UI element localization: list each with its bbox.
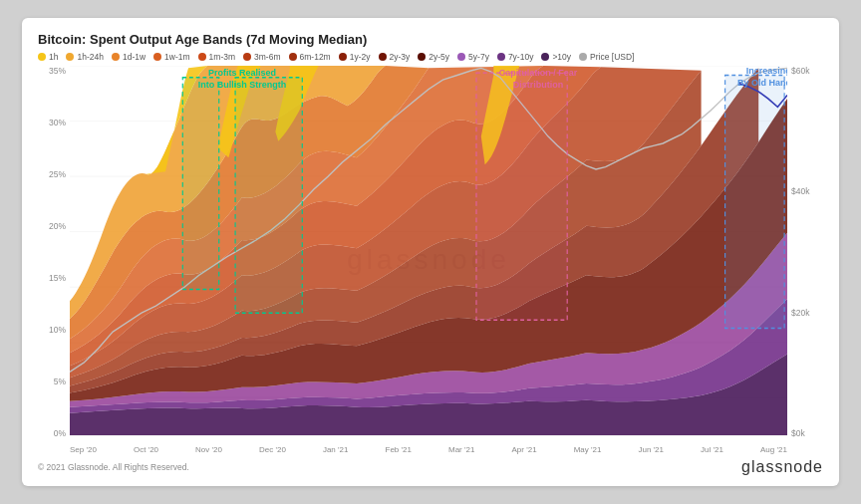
legend-item: 1m-3m [198, 52, 235, 62]
chart-title: Bitcoin: Spent Output Age Bands (7d Movi… [38, 32, 823, 47]
legend-item: 1d-1w [112, 52, 145, 62]
legend-item: 1w-1m [153, 52, 190, 62]
legend-item: Price [USD] [579, 52, 634, 62]
glassnode-logo: glassnode [741, 458, 823, 476]
legend-label: 1w-1m [164, 52, 190, 62]
chart-card: Bitcoin: Spent Output Age Bands (7d Movi… [22, 18, 839, 486]
y-axis-right-label: $0k [791, 428, 805, 438]
chart-svg [70, 66, 787, 454]
legend-item: >10y [541, 52, 571, 62]
legend-item: 1y-2y [339, 52, 371, 62]
svg-rect-8 [182, 78, 218, 290]
y-axis-label: 30% [49, 118, 66, 127]
legend-dot [153, 53, 161, 61]
y-axis-left: 35%30%25%20%15%10%5%0% [38, 66, 70, 454]
legend-item: 7y-10y [497, 52, 534, 62]
footer: © 2021 Glassnode. All Rights Reserved. g… [38, 458, 823, 476]
legend-label: >10y [552, 52, 571, 62]
legend-dot [339, 53, 347, 61]
legend-item: 6m-12m [289, 52, 331, 62]
increasing-annotation-label: Increasing SpendingBy Old Hands This Wee… [735, 66, 787, 89]
legend-label: 3m-6m [254, 52, 280, 62]
legend-item: 5y-7y [457, 52, 489, 62]
x-axis-label: Nov '20 [195, 445, 222, 454]
chart-area: 35%30%25%20%15%10%5%0% glassnode [38, 66, 823, 454]
legend-item: 2y-5y [418, 52, 449, 62]
y-axis-label: 10% [49, 325, 66, 335]
y-axis-label: 20% [49, 221, 66, 231]
legend-dot [38, 53, 46, 61]
legend-item: 1h [38, 52, 58, 62]
x-axis-label: Jan '21 [323, 445, 349, 454]
legend-dot [112, 53, 120, 61]
y-axis-label: 5% [54, 377, 66, 386]
svg-rect-11 [725, 75, 785, 328]
x-axis-label: Sep '20 [70, 445, 97, 454]
capitulation-annotation-label: Capitulation / FearDistribution [483, 68, 593, 91]
legend-item: 2y-3y [379, 52, 411, 62]
y-axis-label: 25% [49, 169, 66, 179]
legend-label: 6m-12m [300, 52, 331, 62]
legend-label: Price [USD] [590, 52, 634, 62]
legend-label: 7y-10y [508, 52, 534, 62]
legend-label: 2y-3y [390, 52, 411, 62]
x-axis-label: Aug '21 [760, 445, 787, 454]
y-axis-right-label: $20k [791, 308, 809, 318]
legend-label: 1d-1w [123, 52, 145, 62]
legend-dot [198, 53, 206, 61]
x-axis-label: Dec '20 [259, 445, 286, 454]
legend-label: 2y-5y [429, 52, 449, 62]
legend-dot [497, 53, 505, 61]
legend-dot [541, 53, 549, 61]
x-axis-label: Jun '21 [638, 445, 664, 454]
y-axis-label: 15% [49, 273, 66, 283]
x-axis: Sep '20Oct '20Nov '20Dec '20Jan '21Feb '… [70, 438, 787, 454]
legend-dot [418, 53, 426, 61]
svg-rect-9 [235, 78, 302, 313]
legend-item: 3m-6m [243, 52, 280, 62]
x-axis-label: Apr '21 [511, 445, 536, 454]
legend-dot [457, 53, 465, 61]
y-axis-label: 0% [54, 428, 66, 438]
legend: 1h1h-24h1d-1w1w-1m1m-3m3m-6m6m-12m1y-2y2… [38, 52, 823, 62]
legend-label: 1h-24h [77, 52, 103, 62]
y-axis-right-label: $60k [791, 66, 809, 76]
chart-inner: glassnode [70, 66, 787, 454]
x-axis-label: Jul '21 [701, 445, 723, 454]
svg-rect-10 [476, 73, 567, 320]
legend-label: 1y-2y [350, 52, 371, 62]
x-axis-label: Mar '21 [448, 445, 474, 454]
legend-label: 1m-3m [209, 52, 235, 62]
x-axis-label: Feb '21 [386, 445, 412, 454]
profits-annotation-label: Profits RealisedInto Bullish Strength [187, 68, 297, 91]
copyright: © 2021 Glassnode. All Rights Reserved. [38, 462, 189, 472]
y-axis-label: 35% [49, 66, 66, 76]
legend-item: 1h-24h [66, 52, 103, 62]
legend-dot [243, 53, 251, 61]
legend-label: 1h [49, 52, 58, 62]
legend-dot [289, 53, 297, 61]
legend-label: 5y-7y [468, 52, 489, 62]
y-axis-right-label: $40k [791, 186, 809, 196]
x-axis-label: Oct '20 [134, 445, 158, 454]
x-axis-label: May '21 [574, 445, 602, 454]
legend-dot [379, 53, 387, 61]
legend-dot [579, 53, 587, 61]
y-axis-right: $60k$40k$20k$0k [787, 66, 823, 454]
legend-dot [66, 53, 74, 61]
